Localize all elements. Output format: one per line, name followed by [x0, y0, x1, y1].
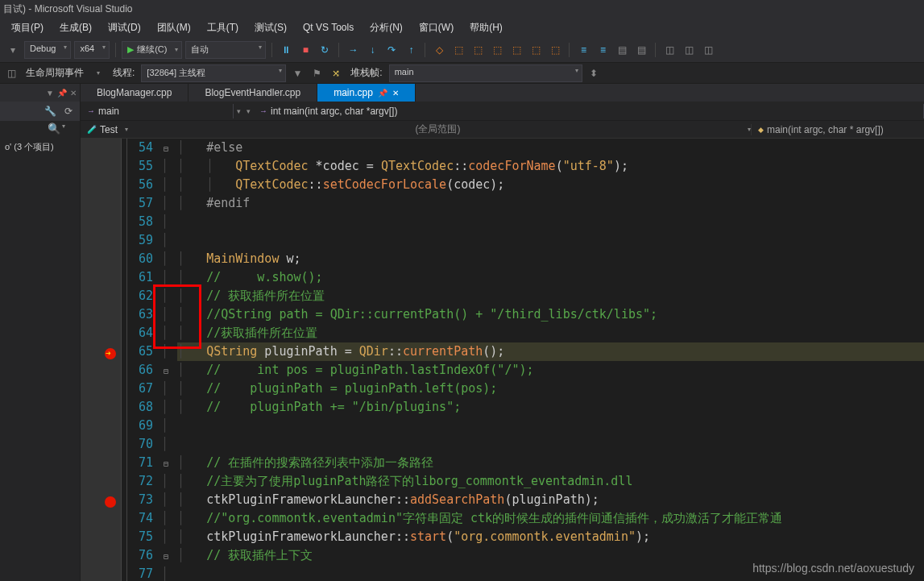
code-lines[interactable]: │ #else │ │ QTextCodec *codec = QTextCod… [177, 139, 924, 581]
dropdown-icon[interactable]: ▾ [5, 42, 21, 58]
lifecycle-icon[interactable]: ◫ [3, 65, 19, 81]
menu-tools[interactable]: 工具(T) [199, 19, 247, 37]
step-out-icon[interactable]: ↑ [403, 42, 419, 58]
dropdown-icon[interactable]: ▾ [62, 122, 77, 137]
line-number: 59 [127, 231, 153, 250]
tool-icon[interactable]: ◇ [431, 42, 447, 58]
scope-combo-2[interactable]: → int main(int argc, char *argv[]) [253, 104, 924, 118]
scope-bar: 🧪 Test ▾ (全局范围) ▾ ◆ main(int argc, char … [81, 121, 924, 139]
step-into-icon[interactable]: ↓ [364, 42, 380, 58]
scope-mid[interactable]: (全局范围) [128, 122, 748, 136]
search-icon[interactable]: 🔍 [48, 122, 62, 137]
bookmark-icon[interactable]: ◫ [700, 42, 716, 58]
platform-combo[interactable]: x64 [74, 41, 110, 59]
thread-combo[interactable]: [32864] 主线程 [141, 64, 286, 82]
dropdown-icon[interactable]: ▾ [90, 65, 106, 81]
bookmark-icon[interactable]: ◫ [681, 42, 697, 58]
tab-bar: BlogManager.cpp BlogEventHandler.cpp mai… [81, 84, 924, 102]
indent-icon[interactable]: ≡ [575, 42, 591, 58]
scope-right[interactable]: ◆ main(int argc, char * argv[]) [751, 124, 924, 135]
close-icon[interactable]: ✕ [70, 89, 77, 98]
tool-icon[interactable]: ⬚ [470, 42, 486, 58]
tool-icon[interactable]: ⬚ [489, 42, 505, 58]
solution-item[interactable]: o' (3 个项目) [0, 139, 80, 156]
menu-window[interactable]: 窗口(W) [411, 19, 462, 37]
line-number: 76 [127, 546, 153, 565]
line-number: 54 [127, 139, 153, 157]
menu-build[interactable]: 生成(B) [52, 19, 100, 37]
menu-team[interactable]: 团队(M) [149, 19, 199, 37]
outline-gutter [121, 139, 127, 581]
scope-text: main [98, 106, 119, 117]
line-number: 74 [127, 509, 153, 528]
show-next-icon[interactable]: → [345, 42, 361, 58]
panel-header: ▼ 📌 ✕ [0, 84, 80, 102]
tab-blogmanager[interactable]: BlogManager.cpp [81, 84, 189, 102]
restart-icon[interactable]: ↻ [317, 42, 333, 58]
separator [425, 43, 425, 57]
expand-icon[interactable]: ⬍ [586, 65, 602, 81]
pin-icon[interactable]: 📌 [378, 89, 387, 98]
panel-search-row: 🔍 ▾ [0, 121, 80, 139]
line-number: 57 [127, 194, 153, 213]
scope-left[interactable]: 🧪 Test [81, 124, 125, 135]
flag-icon[interactable]: ⚑ [309, 65, 325, 81]
nav-bar: → main ▾ ▾ → int main(int argc, char *ar… [81, 102, 924, 121]
pause-icon[interactable]: ⏸ [278, 42, 294, 58]
tab-main[interactable]: main.cpp 📌 ✕ [317, 84, 416, 102]
continue-button[interactable]: ▶ 继续(C) [122, 41, 182, 59]
editor-area: BlogManager.cpp BlogEventHandler.cpp mai… [81, 84, 924, 581]
dropdown-icon[interactable]: ▾ [243, 107, 253, 115]
arrow-icon: → [87, 106, 95, 115]
dropdown-icon[interactable]: ▾ [234, 107, 243, 115]
tool-icon[interactable]: ⬚ [508, 42, 524, 58]
line-number: 68 [127, 398, 153, 417]
bookmark-icon[interactable]: ◫ [661, 42, 677, 58]
tool-icon[interactable]: ⬚ [528, 42, 544, 58]
line-number: 72 [127, 472, 153, 491]
filter-icon[interactable]: ▼ [289, 65, 305, 81]
thread-label: 线程: [110, 66, 138, 80]
breakpoint-gutter[interactable] [81, 139, 121, 581]
step-over-icon[interactable]: ↷ [383, 42, 400, 58]
pin-icon[interactable]: 📌 [57, 89, 67, 98]
shuffle-icon[interactable]: ⤨ [328, 65, 344, 81]
tool-icon[interactable]: ⬚ [450, 42, 466, 58]
menu-qt[interactable]: Qt VS Tools [295, 19, 362, 35]
auto-combo[interactable]: 自动 [185, 41, 266, 59]
breakpoint[interactable] [81, 491, 116, 509]
function-icon: → [259, 106, 267, 115]
uncomment-icon[interactable]: ▤ [633, 42, 649, 58]
flask-icon: 🧪 [87, 125, 97, 134]
stackframe-combo[interactable]: main [389, 64, 582, 82]
wrench-icon[interactable]: 🔧 [42, 103, 58, 119]
stop-icon[interactable]: ■ [297, 42, 313, 58]
main-toolbar: ▾ Debug x64 ▶ 继续(C) 自动 ⏸ ■ ↻ → ↓ ↷ ↑ ◇ ⬚… [0, 37, 924, 63]
code-area[interactable]: 54 55 56 57 58 59 60 61 62 63 64 65 66 6… [81, 139, 924, 581]
close-icon[interactable]: ✕ [392, 89, 399, 98]
config-combo[interactable]: Debug [24, 41, 71, 59]
stackframe-label: 堆栈帧: [347, 66, 385, 80]
menu-project[interactable]: 项目(P) [3, 19, 52, 37]
tab-blogeventhandler[interactable]: BlogEventHandler.cpp [189, 84, 317, 102]
line-number-gutter: 54 55 56 57 58 59 60 61 62 63 64 65 66 6… [127, 139, 161, 581]
watermark: https://blog.csdn.net/aoxuestudy [752, 562, 914, 575]
tool-icon[interactable]: ⬚ [547, 42, 563, 58]
separator [338, 43, 339, 57]
play-icon: ▶ [127, 44, 134, 55]
line-number: 70 [127, 435, 153, 454]
separator [271, 43, 272, 57]
indent-icon[interactable]: ≡ [595, 42, 611, 58]
menu-test[interactable]: 测试(S) [247, 19, 295, 37]
scope-combo-1[interactable]: → main [81, 104, 234, 118]
comment-icon[interactable]: ▤ [614, 42, 630, 58]
breakpoint-current[interactable] [81, 342, 116, 361]
menu-debug[interactable]: 调试(D) [100, 19, 149, 37]
menu-analyze[interactable]: 分析(N) [362, 19, 411, 37]
line-number: 73 [127, 491, 153, 509]
line-number: 64 [127, 324, 153, 342]
sync-icon[interactable]: ⟳ [60, 103, 77, 119]
dropdown-icon[interactable]: ▼ [46, 89, 54, 98]
menu-help[interactable]: 帮助(H) [462, 19, 511, 37]
fold-gutter[interactable]: ⊟ │ │ │ │ │ │ │ │ │ │ │ ⊟ │ │ │ │ ⊟ │ │ [161, 139, 174, 581]
